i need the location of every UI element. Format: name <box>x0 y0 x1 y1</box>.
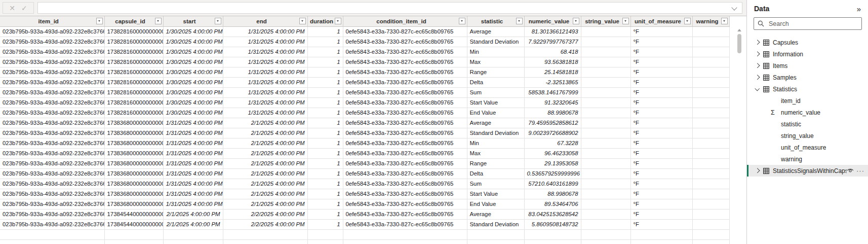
table-cell[interactable] <box>692 239 729 244</box>
table-cell[interactable]: 88.9980678 <box>524 108 581 118</box>
table-cell[interactable]: 93.56381818 <box>524 57 581 67</box>
table-cell[interactable]: 1738454400000000000 <box>104 219 163 229</box>
filter-dropdown-button[interactable] <box>299 18 306 24</box>
table-cell[interactable] <box>581 148 630 158</box>
table-cell[interactable] <box>467 229 524 239</box>
scrollbar-thumb[interactable] <box>737 34 741 53</box>
table-cell[interactable]: 1/30/2025 4:00:00 PM <box>163 26 223 37</box>
table-cell[interactable] <box>692 179 729 189</box>
table-cell[interactable] <box>223 229 307 239</box>
table-cell[interactable]: 1/31/2025 4:00:00 PM <box>163 148 223 158</box>
table-cell[interactable] <box>692 209 729 219</box>
column-header-duration[interactable]: duration <box>307 16 343 26</box>
table-cell[interactable]: Sum <box>467 87 524 97</box>
table-cell[interactable]: 023b795b-933a-493d-a092-232e8c3766d2 <box>0 199 104 209</box>
chevron-right-icon[interactable] <box>755 75 760 80</box>
table-cell[interactable]: Min <box>467 138 524 148</box>
filter-dropdown-button[interactable] <box>155 18 162 24</box>
table-cell[interactable]: 023b795b-933a-493d-a092-232e8c3766d2 <box>0 87 104 97</box>
table-cell[interactable] <box>581 209 630 219</box>
table-cell[interactable]: 83.0425153628542 <box>524 209 581 219</box>
table-cell[interactable] <box>581 67 630 77</box>
table-cell[interactable]: 1 <box>307 108 343 118</box>
table-cell[interactable]: 2/1/2025 4:00:00 PM <box>223 118 307 128</box>
table-cell[interactable]: °F <box>630 219 692 229</box>
table-cell[interactable]: 1738281600000000000 <box>104 87 163 97</box>
table-cell[interactable] <box>692 26 729 37</box>
table-cell[interactable] <box>692 118 729 128</box>
table-cell[interactable]: 1/31/2025 4:00:00 PM <box>163 199 223 209</box>
column-header-unit_of_measure[interactable]: unit_of_measure <box>630 16 692 26</box>
table-cell[interactable] <box>692 67 729 77</box>
table-cell[interactable] <box>307 239 343 244</box>
table-cell[interactable]: 1 <box>307 158 343 168</box>
table-cell[interactable] <box>581 158 630 168</box>
field-item-unit-of-measure[interactable]: unit_of_measure <box>747 142 868 153</box>
table-cell[interactable]: 1738368000000000000 <box>104 168 163 179</box>
filter-dropdown-button[interactable] <box>721 18 728 24</box>
table-cell[interactable]: Delta <box>467 168 524 179</box>
table-cell[interactable]: Max <box>467 57 524 67</box>
table-cell[interactable]: 023b795b-933a-493d-a092-232e8c3766d2 <box>0 67 104 77</box>
table-cell[interactable]: 1738368000000000000 <box>104 138 163 148</box>
chevron-right-icon[interactable] <box>755 63 760 68</box>
table-cell[interactable]: °F <box>630 108 692 118</box>
table-cell[interactable]: 1738368000000000000 <box>104 128 163 138</box>
table-cell[interactable]: 0efe5843-e33a-7330-827c-ec65c8b09765 <box>343 108 467 118</box>
table-cell[interactable]: °F <box>630 57 692 67</box>
table-cell[interactable]: °F <box>630 209 692 219</box>
filter-dropdown-button[interactable] <box>215 18 221 24</box>
field-item-warning[interactable]: warning <box>747 153 868 165</box>
table-cell[interactable]: 1/31/2025 4:00:00 PM <box>163 128 223 138</box>
table-cell[interactable]: 023b795b-933a-493d-a092-232e8c3766d2 <box>0 219 104 229</box>
table-cell[interactable]: 1738281600000000000 <box>104 108 163 118</box>
table-vertical-scrollbar[interactable] <box>735 26 743 244</box>
column-header-warning[interactable]: warning <box>692 16 729 26</box>
table-cell[interactable]: 0efe5843-e33a-7330-827c-ec65c8b09765 <box>343 37 467 47</box>
table-cell[interactable] <box>0 239 104 244</box>
table-cell[interactable]: 1738281600000000000 <box>104 57 163 67</box>
table-cell[interactable]: 1 <box>307 148 343 158</box>
table-cell[interactable]: 0efe5843-e33a-7330-827c-ec65c8b09765 <box>343 199 467 209</box>
table-cell[interactable] <box>692 97 729 108</box>
table-cell[interactable]: 1738281600000000000 <box>104 37 163 47</box>
table-cell[interactable] <box>692 189 729 199</box>
table-cell[interactable]: 1738281600000000000 <box>104 97 163 108</box>
table-cell[interactable]: Start Value <box>467 189 524 199</box>
filter-dropdown-button[interactable] <box>573 18 579 24</box>
table-cell[interactable]: Average <box>467 118 524 128</box>
table-cell[interactable] <box>581 138 630 148</box>
chevron-right-icon[interactable] <box>755 168 760 173</box>
chevron-down-icon[interactable] <box>731 5 737 10</box>
table-cell[interactable]: 1 <box>307 179 343 189</box>
table-cell[interactable]: 1 <box>307 219 343 229</box>
table-cell[interactable]: 1/30/2025 4:00:00 PM <box>163 87 223 97</box>
table-cell[interactable]: 1 <box>307 168 343 179</box>
table-cell[interactable] <box>223 239 307 244</box>
table-cell[interactable]: 023b795b-933a-493d-a092-232e8c3766d2 <box>0 108 104 118</box>
table-cell[interactable]: 0efe5843-e33a-7330-827c-ec65c8b09765 <box>343 189 467 199</box>
table-cell[interactable]: 1/30/2025 4:00:00 PM <box>163 67 223 77</box>
table-cell[interactable] <box>0 229 104 239</box>
table-cell[interactable]: 023b795b-933a-493d-a092-232e8c3766d2 <box>0 118 104 128</box>
table-cell[interactable]: Standard Deviation <box>467 37 524 47</box>
table-cell[interactable]: 1/31/2025 4:00:00 PM <box>223 67 307 77</box>
table-cell[interactable]: 1/30/2025 4:00:00 PM <box>163 77 223 87</box>
table-cell[interactable]: °F <box>630 179 692 189</box>
table-cell[interactable]: 2/1/2025 4:00:00 PM <box>223 158 307 168</box>
table-cell[interactable] <box>581 128 630 138</box>
table-cell[interactable] <box>581 189 630 199</box>
table-cell[interactable] <box>581 219 630 229</box>
table-cell[interactable]: °F <box>630 138 692 148</box>
table-cell[interactable]: 0efe5843-e33a-7330-827c-ec65c8b09765 <box>343 77 467 87</box>
table-cell[interactable] <box>692 47 729 57</box>
column-header-start[interactable]: start <box>163 16 223 26</box>
field-item-statistic[interactable]: statistic <box>747 118 868 130</box>
table-cell[interactable] <box>467 239 524 244</box>
table-cell[interactable] <box>524 229 581 239</box>
table-cell[interactable] <box>692 148 729 158</box>
column-header-item_id[interactable]: item_id <box>0 16 104 26</box>
table-cell[interactable]: °F <box>630 118 692 128</box>
table-cell[interactable] <box>343 229 467 239</box>
table-cell[interactable]: Max <box>467 148 524 158</box>
